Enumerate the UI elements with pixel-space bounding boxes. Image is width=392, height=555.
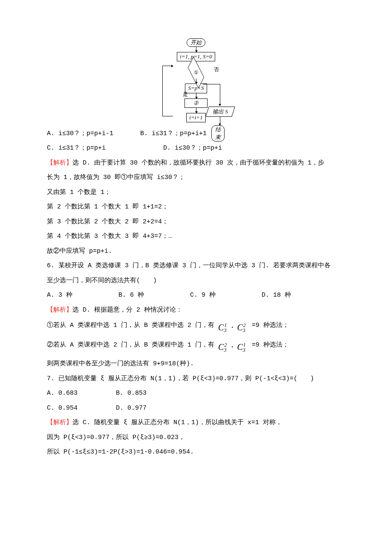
text-line: 所以 P(-1≤ξ≤3)=1-2P(ξ>3)=1-0.046=0.954. [47,445,345,460]
flow-step1: S=p+S [185,84,207,93]
flow-incr: i=i+1 [186,113,205,122]
option-line-1: A. i≤30？；p=p+i-1 B. i≤31？；p=p+i+1 [47,127,345,142]
q7-options-2: C. 0.954 D. 0.977 [47,401,345,416]
text-line: 第 3 个数比第 2 个数大 2 即 2+2=4； [47,215,345,230]
question-6: 6. 某校开设 A 类选修课 3 门，B 类选修课 3 门，一位同学从中选 3 … [47,259,345,274]
flow-end: 结束 [211,125,225,142]
solution-tag: 【解析】 [47,306,72,314]
flow-init: i=1, p=1, S=0 [177,52,215,61]
sol6-case1: ①若从 A 类课程中选 1 门，从 B 类课程中选 2 门，有 C13 · C2… [47,318,345,337]
flow-start: 开始 [187,38,205,47]
combination-icon: C13 [237,337,248,357]
combination-icon: C13 [218,318,229,337]
loopback-line [162,66,173,116]
question-7: 7. 已知随机变量 ξ 服从正态分布 N(1，1)，若 P(ξ<3)=0.977… [47,372,345,387]
flow-output: 输出 S [205,107,235,117]
label-yes: 是 [183,89,188,101]
text-line: 又由第 1 个数是 1； [47,185,345,200]
solution-6: 【解析】选 D. 根据题意，分 2 种情况讨论： [47,303,345,318]
arrow [196,108,196,113]
q6-options: A. 3 种 B. 6 种 C. 9 种 D. 18 种 [47,288,345,303]
dot-icon: · [231,318,233,337]
arrow [196,78,196,84]
q7-options-1: A. 0.683 B. 0.853 [47,386,345,401]
arrow [196,47,196,52]
sol6-case2: ②若从 A 类课程中选 2 门，从 B 类课程中选 1 门，有 C23 · C1… [47,337,345,357]
dot-icon: · [231,337,233,357]
text-line: 因为 P(ξ<3)=0.977，所以 P(ξ≥3)=0.023， [47,431,345,445]
option-line-2: C. i≤31？；p=p+i D. i≤30？；p=p+i [47,141,345,156]
text-line: 第 4 个数比第 3 个数大 3 即 4+3=7；… [47,229,345,244]
label-no: 否 [214,64,219,76]
solution-5: 【解析】选 D. 由于要计算 30 个数的和，故循环要执行 30 次，由于循环变… [47,156,345,171]
solution-7: 【解析】选 C. 随机变量 ξ 服从正态分布 N(1，1)，所以曲线关于 x=1… [47,416,345,431]
arrow [196,93,196,98]
solution-tag: 【解析】 [47,419,72,426]
combination-icon: C23 [218,337,229,357]
flow-step2: ② [184,98,208,108]
combination-icon: C23 [237,318,248,337]
text-line: 则两类课程中各至少选一门的选法有 9+9=18(种). [47,357,345,372]
text-line: 长为 1，故终值为 30 即①中应填写 i≤30？； [47,171,345,185]
text-line: 故②中应填写 p=p+i. [47,244,345,259]
solution-tag: 【解析】 [47,159,72,167]
flowchart: 开始 i=1, p=1, S=0 ① 否 是 S=p+S ② i=i+1 输出 … [158,38,234,122]
question-6b: 至少选一门，则不同的选法共有( ) [47,274,345,289]
text-line: 第 2 个数比第 1 个数大 1 即 1+1=2； [47,200,345,215]
